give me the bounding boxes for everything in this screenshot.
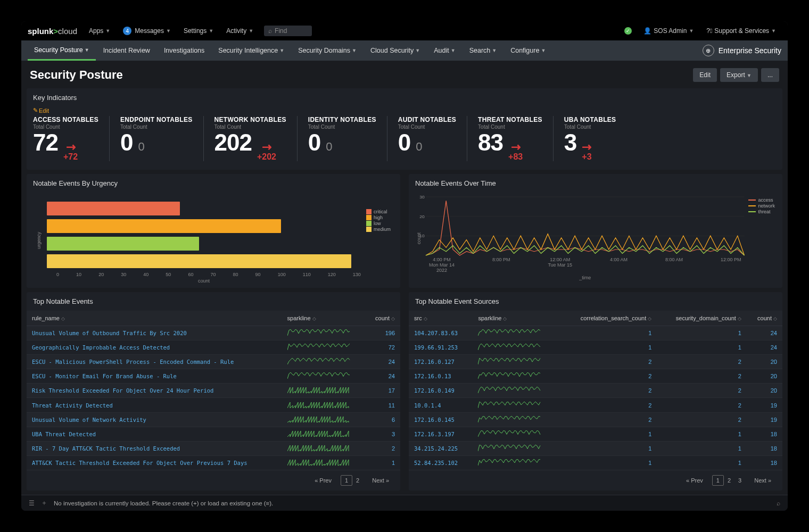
table-row[interactable]: Threat Activity Detected11 xyxy=(27,398,400,412)
kpi-uba-notables[interactable]: UBA NOTABLESTotal Count3↗+3 xyxy=(553,116,627,161)
src-link[interactable]: 172.16.0.149 xyxy=(409,384,473,398)
col-sparkline[interactable]: sparkline◇ xyxy=(282,311,366,326)
table-row[interactable]: 172.16.0.1452219 xyxy=(409,412,782,427)
overtime-line-chart[interactable]: 102030 xyxy=(426,197,744,255)
rule-name-link[interactable]: Unusual Volume of Outbound Traffic By Sr… xyxy=(27,326,282,340)
col-src[interactable]: src◇ xyxy=(409,311,473,326)
pager-page[interactable]: 2 xyxy=(352,476,363,485)
bar-medium[interactable] xyxy=(47,254,351,268)
nav-incident-review[interactable]: Incident Review xyxy=(97,40,156,61)
nav-cloud-security[interactable]: Cloud Security▼ xyxy=(364,40,426,61)
table-row[interactable]: ATT&CK Tactic Threshold Exceeded For Obj… xyxy=(27,455,400,470)
table-row[interactable]: Geographically Improbable Access Detecte… xyxy=(27,340,400,355)
rule-name-link[interactable]: Geographically Improbable Access Detecte… xyxy=(27,340,282,355)
col-count[interactable]: count◇ xyxy=(366,311,400,326)
support-menu[interactable]: ?⃝ Support & Services▼ xyxy=(701,21,781,40)
count-cell: 2 xyxy=(366,441,400,455)
table-row[interactable]: Unusual Volume of Outbound Traffic By Sr… xyxy=(27,326,400,340)
nav-security-intelligence[interactable]: Security Intelligence▼ xyxy=(212,40,291,61)
top-notable-events-table: rule_name◇ sparkline◇ count◇ Unusual Vol… xyxy=(27,311,400,470)
col-sparkline[interactable]: sparkline◇ xyxy=(473,311,560,326)
col-count[interactable]: count◇ xyxy=(747,311,782,326)
sparkline-cell xyxy=(473,441,560,455)
nav-search[interactable]: Search▼ xyxy=(463,40,503,61)
more-actions-button[interactable]: ... xyxy=(761,68,779,82)
nav-configure[interactable]: Configure▼ xyxy=(504,40,552,61)
pager-prev[interactable]: « Prev xyxy=(311,476,335,485)
table-row[interactable]: 172.16.0.1272220 xyxy=(409,355,782,369)
kpi-network-notables[interactable]: NETWORK NOTABLESTotal Count202↗+202 xyxy=(203,116,297,161)
health-status-icon[interactable]: ✓ xyxy=(624,27,632,35)
pager-next[interactable]: Next » xyxy=(750,476,775,485)
messages-menu[interactable]: 4 Messages▼ xyxy=(118,21,176,40)
rule-name-link[interactable]: RIR - 7 Day ATT&CK Tactic Threshold Exce… xyxy=(27,441,282,455)
src-link[interactable]: 104.207.83.63 xyxy=(409,326,473,340)
nav-investigations[interactable]: Investigations xyxy=(158,40,211,61)
edit-indicators-link[interactable]: ✎Edit xyxy=(27,107,782,114)
table-row[interactable]: 172.16.3.1971118 xyxy=(409,427,782,441)
bar-high[interactable] xyxy=(47,219,281,233)
src-link[interactable]: 34.215.24.225 xyxy=(409,441,473,455)
rule-name-link[interactable]: Unusual Volume of Network Activity xyxy=(27,412,282,427)
table-row[interactable]: 52.84.235.1021118 xyxy=(409,455,782,470)
pager-page[interactable]: 3 xyxy=(734,476,745,485)
nav-security-posture[interactable]: Security Posture▼ xyxy=(28,40,96,61)
add-icon[interactable]: ＋ xyxy=(41,499,47,507)
kpi-identity-notables[interactable]: IDENTITY NOTABLESTotal Count00 xyxy=(297,116,387,161)
pager-next[interactable]: Next » xyxy=(368,476,393,485)
table-row[interactable]: 172.16.0.1492220 xyxy=(409,384,782,398)
user-menu[interactable]: 👤 SOS Admin▼ xyxy=(638,21,699,40)
table-row[interactable]: RIR - 7 Day ATT&CK Tactic Threshold Exce… xyxy=(27,441,400,455)
rule-name-link[interactable]: ESCU - Monitor Email For Brand Abuse - R… xyxy=(27,369,282,384)
rule-name-link[interactable]: Risk Threshold Exceeded For Object Over … xyxy=(27,384,282,398)
table-row[interactable]: UBA Threat Detected3 xyxy=(27,427,400,441)
kpi-audit-notables[interactable]: AUDIT NOTABLESTotal Count00 xyxy=(387,116,467,161)
src-link[interactable]: 172.16.0.13 xyxy=(409,369,473,384)
pager-prev[interactable]: « Prev xyxy=(682,476,707,485)
table-row[interactable]: Unusual Volume of Network Activity6 xyxy=(27,412,400,427)
table-row[interactable]: 104.207.83.631124 xyxy=(409,326,782,340)
nav-audit[interactable]: Audit▼ xyxy=(427,40,461,61)
src-link[interactable]: 10.0.1.4 xyxy=(409,398,473,412)
activity-menu[interactable]: Activity▼ xyxy=(221,21,259,40)
sparkline-cell xyxy=(282,326,366,340)
pager-page[interactable]: 1 xyxy=(712,475,724,486)
global-search[interactable]: ⌕ Find xyxy=(264,26,312,36)
kpi-endpoint-notables[interactable]: ENDPOINT NOTABLESTotal Count00 xyxy=(109,116,203,161)
rule-name-link[interactable]: UBA Threat Detected xyxy=(27,427,282,441)
export-button[interactable]: Export ▼ xyxy=(720,68,758,82)
pager-page[interactable]: 1 xyxy=(341,475,352,486)
key-indicators-panel: Key Indicators ✎Edit ACCESS NOTABLESTota… xyxy=(27,88,782,170)
sparkline-cell xyxy=(473,355,560,369)
edit-button[interactable]: Edit xyxy=(693,68,717,82)
rule-name-link[interactable]: ATT&CK Tactic Threshold Exceeded For Obj… xyxy=(27,455,282,470)
settings-menu[interactable]: Settings▼ xyxy=(178,21,219,40)
src-link[interactable]: 52.84.235.102 xyxy=(409,455,473,470)
col-csc[interactable]: correlation_search_count◇ xyxy=(560,311,657,326)
col-sdc[interactable]: security_domain_count◇ xyxy=(657,311,747,326)
table-row[interactable]: 172.16.0.132220 xyxy=(409,369,782,384)
bar-critical[interactable] xyxy=(47,202,180,215)
nav-security-domains[interactable]: Security Domains▼ xyxy=(292,40,363,61)
src-link[interactable]: 172.16.3.197 xyxy=(409,427,473,441)
table-row[interactable]: 199.66.91.2531124 xyxy=(409,340,782,355)
pager-page[interactable]: 2 xyxy=(724,476,734,485)
table-row[interactable]: Risk Threshold Exceeded For Object Over … xyxy=(27,384,400,398)
src-link[interactable]: 199.66.91.253 xyxy=(409,340,473,355)
table-row[interactable]: 10.0.1.42219 xyxy=(409,398,782,412)
kpi-threat-notables[interactable]: THREAT NOTABLESTotal Count83↗+83 xyxy=(467,116,553,161)
table-row[interactable]: ESCU - Monitor Email For Brand Abuse - R… xyxy=(27,369,400,384)
bar-low[interactable] xyxy=(47,237,199,251)
src-link[interactable]: 172.16.0.127 xyxy=(409,355,473,369)
rule-name-link[interactable]: Threat Activity Detected xyxy=(27,398,282,412)
magnify-icon[interactable]: ⌕ xyxy=(777,500,780,506)
table-row[interactable]: ESCU - Malicious PowerShell Process - En… xyxy=(27,355,400,369)
col-rule-name[interactable]: rule_name◇ xyxy=(27,311,282,326)
src-link[interactable]: 172.16.0.145 xyxy=(409,412,473,427)
apps-menu[interactable]: Apps▼ xyxy=(84,21,115,40)
rule-name-link[interactable]: ESCU - Malicious PowerShell Process - En… xyxy=(27,355,282,369)
kpi-access-notables[interactable]: ACCESS NOTABLESTotal Count72↗+72 xyxy=(33,116,109,161)
list-icon[interactable]: ☰ xyxy=(29,500,35,507)
urgency-bar-chart[interactable]: 0102030405060708090100110120130 count xyxy=(47,198,361,284)
table-row[interactable]: 34.215.24.2251118 xyxy=(409,441,782,455)
